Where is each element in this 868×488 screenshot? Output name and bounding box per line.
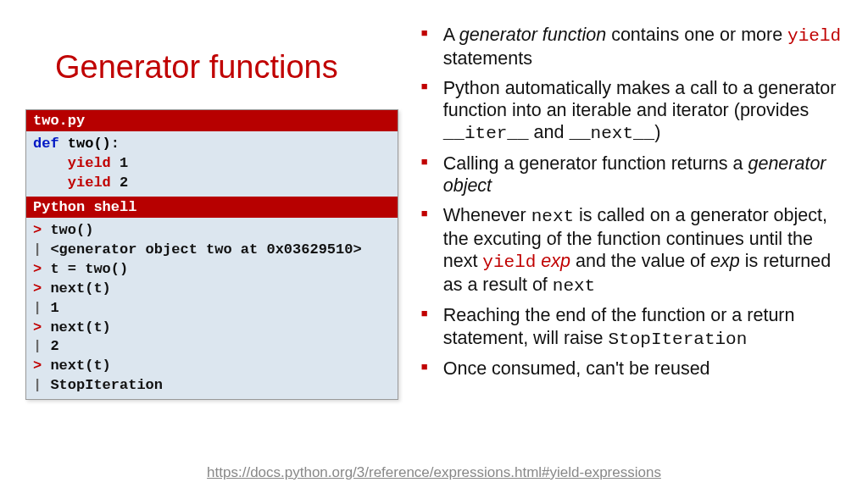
prompt-out-icon: |	[33, 338, 42, 354]
footer-link-text[interactable]: https://docs.python.org/3/reference/expr…	[207, 464, 661, 480]
code-inline: next	[553, 276, 595, 296]
code-inline: next	[531, 207, 574, 226]
keyword-def: def	[33, 136, 59, 152]
term-italic: exp	[541, 251, 570, 271]
code-body-shell: > two() | <generator object two at 0x036…	[26, 218, 398, 399]
keyword-yield: yield	[33, 155, 111, 171]
bullet-item: Whenever next is called on a generator o…	[421, 204, 843, 297]
code-box-source: two.py def two(): yield 1 yield 2 Python…	[25, 109, 398, 400]
shell-text: next(t)	[42, 319, 111, 336]
shell-text: 2	[42, 338, 58, 354]
code-body-source: def two(): yield 1 yield 2	[26, 131, 398, 197]
footer-link[interactable]: https://docs.python.org/3/reference/expr…	[0, 464, 868, 481]
code-text: 2	[111, 175, 128, 191]
right-column: A generator function contains one or mor…	[418, 17, 843, 480]
shell-text: StopIteration	[42, 377, 163, 393]
text: and the value of	[570, 251, 710, 271]
shell-text: next(t)	[42, 358, 111, 374]
code-text: 1	[111, 155, 128, 171]
term-italic: exp	[710, 251, 740, 271]
slide-title: Generator functions	[55, 49, 401, 86]
bullet-item: Reaching the end of the function or a re…	[421, 304, 843, 350]
bullet-item: A generator function contains one or mor…	[421, 24, 843, 69]
code-inline: __next__	[569, 124, 654, 143]
prompt-in-icon: >	[33, 358, 42, 374]
code-header-filename: two.py	[26, 110, 398, 131]
left-column: Generator functions two.py def two(): yi…	[25, 17, 418, 480]
text: contains one or more	[606, 25, 787, 45]
shell-text: t = two()	[42, 261, 128, 277]
slide: Generator functions two.py def two(): yi…	[0, 0, 868, 488]
text: Calling a generator function returns a	[443, 153, 748, 174]
prompt-out-icon: |	[33, 241, 42, 258]
shell-text: <generator object two at 0x03629510>	[42, 241, 361, 258]
prompt-out-icon: |	[33, 300, 42, 316]
shell-text: next(t)	[42, 280, 111, 297]
keyword-yield: yield	[787, 26, 841, 46]
text: Whenever	[443, 205, 531, 225]
keyword-yield: yield	[33, 175, 111, 191]
bullet-item: Python automatically makes a call to a g…	[421, 77, 843, 145]
prompt-out-icon: |	[33, 377, 42, 393]
text: Python automatically makes a call to a g…	[443, 78, 837, 120]
code-inline: StopIteration	[608, 330, 747, 349]
code-inline: __iter__	[443, 124, 529, 143]
text: )	[654, 122, 660, 142]
term-italic: generator function	[459, 25, 606, 45]
prompt-in-icon: >	[33, 222, 42, 238]
code-text: two():	[59, 136, 120, 152]
text: A	[443, 25, 459, 45]
bullet-item: Once consumed, can't be reused	[421, 358, 843, 380]
bullet-item: Calling a generator function returns a g…	[421, 152, 843, 197]
prompt-in-icon: >	[33, 280, 42, 297]
shell-text: two()	[42, 222, 93, 238]
text: statements	[443, 48, 532, 69]
shell-text: 1	[42, 300, 58, 316]
prompt-in-icon: >	[33, 319, 42, 336]
prompt-in-icon: >	[33, 261, 42, 277]
keyword-yield: yield	[482, 252, 536, 272]
bullet-list: A generator function contains one or mor…	[418, 24, 843, 380]
text: and	[529, 122, 570, 142]
code-header-shell: Python shell	[26, 197, 398, 218]
